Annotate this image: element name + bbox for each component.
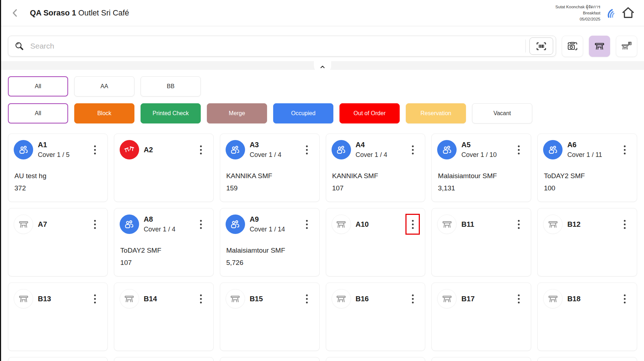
kebab-menu-button[interactable] [305,144,309,156]
kebab-menu-button[interactable] [410,144,415,156]
table-amount: 100 [544,184,632,192]
kebab-menu-button[interactable] [516,218,521,230]
table-icon [226,289,245,308]
table-view-button[interactable] [589,36,610,57]
back-button[interactable] [10,8,21,18]
kebab-menu-button[interactable] [305,293,309,305]
kebab-box [194,139,208,160]
table-card-a10[interactable]: A10 [326,208,426,276]
chevron-up-icon [319,64,327,71]
people-icon [437,140,457,159]
table-card-a6[interactable]: A6 Cover 1 / 11 ToDAY2 SMF 100 [537,134,637,202]
table-card-a4[interactable]: A4 Cover 1 / 4 KANNIKA SMF 107 [326,134,426,202]
kebab-menu-button[interactable] [93,293,97,305]
table-icon [437,289,457,308]
status-filter-reservation[interactable]: Reservation [406,103,466,123]
group-filter-all[interactable]: All [8,76,68,96]
card-head-text: B13 [38,295,51,303]
table-card-partial [8,357,108,361]
kebab-menu-button[interactable] [622,293,627,305]
table-id: B12 [567,220,581,229]
group-filter-bb[interactable]: BB [141,76,201,96]
search-input[interactable] [30,41,525,51]
status-filter-printed-check[interactable]: Printed Check [141,103,201,123]
outlet-name: Outlet Sri Café [76,9,129,17]
card-head-text: A7 [38,220,47,229]
table-card-a7[interactable]: A7 [8,208,108,276]
table-amount: 372 [14,184,102,192]
card-header: A9 Cover 1 / 14 [226,214,314,235]
table-card-b13[interactable]: B13 [8,283,108,351]
table-card-b15[interactable]: B15 [220,283,320,351]
status-filter-occupied[interactable]: Occupied [273,103,333,123]
kebab-box [405,214,420,235]
card-head-text: A6 Cover 1 / 11 [567,141,602,159]
kebab-menu-button[interactable] [93,144,97,156]
card-head-text: A1 Cover 1 / 5 [38,141,70,159]
table-card-b12[interactable]: B12 [537,208,637,276]
table-cover: Cover 1 / 11 [567,151,602,159]
collapse-filters-button[interactable] [314,61,331,74]
scan-order-button[interactable] [562,36,583,57]
kebab-menu-button[interactable] [93,218,97,230]
table-icon [14,289,33,308]
card-header: A4 Cover 1 / 4 [332,139,420,160]
kebab-menu-button[interactable] [516,293,521,305]
people-icon [120,215,139,234]
table-card-a1[interactable]: A1 Cover 1 / 5 AU test hg 372 [8,134,108,202]
home-button[interactable] [621,6,635,20]
floor-layout-button[interactable] [616,36,637,57]
kebab-menu-button[interactable] [410,293,415,305]
table-card-a5[interactable]: A5 Cover 1 / 10 Malaisiamtour SMF 3,131 [431,134,531,202]
status-filter-out-of-order[interactable]: Out of Order [339,103,400,123]
table-id: A3 [250,141,281,149]
kebab-menu-button[interactable] [305,218,309,230]
kebab-menu-button[interactable] [199,293,203,305]
card-head-text: B17 [461,295,475,303]
table-card-b16[interactable]: B16 [326,283,426,351]
table-card-b11[interactable]: B11 [431,208,531,276]
back-chevron-icon [10,8,21,18]
table-icon [14,215,33,234]
table-card-b14[interactable]: B14 [114,283,214,351]
status-filter-merge[interactable]: Merge [207,103,267,123]
table-card-a8[interactable]: A8 Cover 1 / 4 ToDAY2 SMF 107 [114,208,214,276]
table-amount: 159 [226,184,314,192]
card-header: A2 [120,139,208,160]
table-icon [437,215,457,234]
table-card-a3[interactable]: A3 Cover 1 / 4 KANNIKA SMF 159 [220,134,320,202]
guest-name: ToDAY2 SMF [544,172,632,180]
guest-name [226,321,314,329]
status-filter-block[interactable]: Block [74,103,134,123]
status-filter-row: AllBlockPrinted CheckMergeOccupiedOut of… [8,103,532,123]
barcode-scan-button[interactable] [529,37,553,55]
kebab-menu-button[interactable] [199,144,203,156]
table-card-partial [431,357,531,361]
guest-name: AU test hg [14,172,102,180]
card-head-text: B16 [356,295,369,303]
kebab-menu-button[interactable] [622,144,627,156]
kebab-box [194,288,208,309]
table-cover: Cover 1 / 5 [38,151,70,159]
kebab-menu-button[interactable] [516,144,521,156]
kebab-box [511,288,526,309]
kebab-menu-button[interactable] [622,218,627,230]
status-filter-all[interactable]: All [8,103,68,123]
guest-name: KANNIKA SMF [332,172,420,180]
table-card-b18[interactable]: B18 [537,283,637,351]
table-card-a2[interactable]: A2 [114,134,214,202]
status-filter-vacant[interactable]: Vacant [472,103,532,123]
group-filter-aa[interactable]: AA [74,76,134,96]
table-card-a9[interactable]: A9 Cover 1 / 14 Malaisiamtour SMF 5,726 [220,208,320,276]
guest-name [544,321,632,329]
card-head-text: A9 Cover 1 / 14 [250,215,285,233]
group-filter-row: AllAABB [8,76,201,96]
kebab-menu-button[interactable] [410,218,415,230]
table-icon [543,289,563,308]
table-cover: Cover 1 / 4 [356,151,387,159]
card-header: A3 Cover 1 / 4 [226,139,314,160]
kebab-menu-button[interactable] [199,218,203,230]
table-card-b17[interactable]: B17 [431,283,531,351]
card-header: B18 [543,288,632,309]
collapse-bar [1,61,644,70]
